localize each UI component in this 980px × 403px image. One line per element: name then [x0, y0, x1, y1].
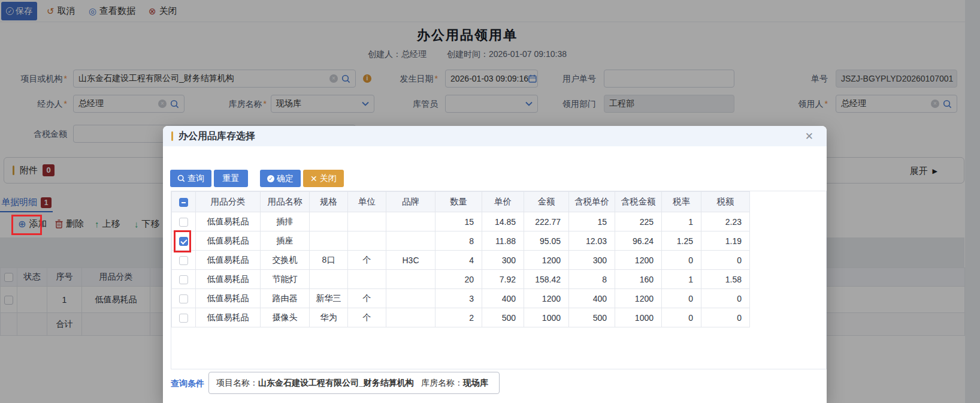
- project-name-label: 项目名称：: [216, 378, 258, 389]
- cell: 158.42: [524, 270, 569, 289]
- table-row[interactable]: 低值易耗品插座811.8895.0512.0396.241.251.19: [172, 231, 750, 251]
- column-header: 金额: [524, 192, 569, 212]
- row-checkbox[interactable]: [179, 218, 188, 227]
- cell: 个: [348, 251, 386, 270]
- confirm-label: 确定: [277, 173, 294, 184]
- cell: 8口: [310, 251, 348, 270]
- row-checkbox[interactable]: [179, 275, 188, 284]
- cell: 3: [435, 289, 482, 308]
- cell: 1: [662, 270, 701, 289]
- cell: 1000: [615, 308, 662, 327]
- cell: 低值易耗品: [196, 289, 261, 308]
- row-checkbox[interactable]: [179, 198, 188, 207]
- cell: 160: [615, 270, 662, 289]
- cell: 低值易耗品: [196, 231, 261, 251]
- cell: 1000: [524, 308, 569, 327]
- warehouse-name-label: 库房名称：: [421, 378, 463, 389]
- row-checkbox[interactable]: [179, 314, 188, 323]
- cell: 低值易耗品: [196, 212, 261, 231]
- dialog-header: 办公用品库存选择 ✕: [163, 126, 827, 146]
- warehouse-name-value: 现场库: [463, 378, 488, 389]
- cell: [386, 289, 435, 308]
- annotation-box-add-button: [11, 215, 42, 235]
- checkbox-cell: [172, 251, 196, 270]
- column-header: 数量: [435, 192, 482, 212]
- inventory-table-container: 用品分类用品名称规格单位品牌数量单价金额含税单价含税金额税率税额低值易耗品插排1…: [171, 191, 827, 369]
- screen: ✓ 保存 ↺ 取消 ◎ 查看数据 ⊗ 关闭 办公用品领用单 创建人：总经理创建时…: [0, 0, 980, 403]
- cell: [386, 270, 435, 289]
- dialog-close-label: 关闭: [320, 173, 337, 184]
- cell: 15: [569, 212, 615, 231]
- cell: 8: [435, 231, 482, 251]
- query-button[interactable]: 查询: [170, 170, 211, 187]
- cell: 插座: [261, 231, 310, 251]
- cell: 1.19: [701, 231, 750, 251]
- row-checkbox[interactable]: [179, 294, 188, 303]
- annotation-box-row-checkbox: [174, 230, 191, 252]
- cell: 1.25: [662, 231, 701, 251]
- cell: [348, 231, 386, 251]
- cell: 7.92: [482, 270, 524, 289]
- cell: 新华三: [310, 289, 348, 308]
- column-header: 税额: [701, 192, 750, 212]
- cell: 400: [482, 289, 524, 308]
- cell: 1: [662, 212, 701, 231]
- table-row[interactable]: 低值易耗品节能灯207.92158.42816011.58: [172, 270, 750, 289]
- query-condition-box: 项目名称： 山东金石建设工程有限公司_财务结算机构 库房名称： 现场库: [208, 372, 500, 394]
- cell: 0: [662, 251, 701, 270]
- column-header: 含税单价: [569, 192, 615, 212]
- cell: 222.77: [524, 212, 569, 231]
- column-header: 用品分类: [196, 192, 261, 212]
- column-header: 税率: [662, 192, 701, 212]
- table-row[interactable]: 低值易耗品交换机8口个H3C43001200300120000: [172, 251, 750, 270]
- cell: 95.05: [524, 231, 569, 251]
- reset-label: 重置: [223, 173, 240, 184]
- table-row[interactable]: 低值易耗品插排1514.85222.771522512.23: [172, 212, 750, 231]
- cell: 14.85: [482, 212, 524, 231]
- row-checkbox[interactable]: [179, 256, 188, 265]
- check-circle-icon: ✓: [267, 175, 274, 182]
- cell: [310, 231, 348, 251]
- cell: [348, 270, 386, 289]
- checkbox-cell: [172, 289, 196, 308]
- cell: 4: [435, 251, 482, 270]
- dialog-close-button[interactable]: ✕ 关闭: [303, 170, 344, 187]
- checkbox-cell: [172, 308, 196, 327]
- cell: 15: [435, 212, 482, 231]
- cell: 0: [701, 308, 750, 327]
- column-header: 单价: [482, 192, 524, 212]
- x-icon: ✕: [310, 174, 317, 184]
- project-name-value: 山东金石建设工程有限公司_财务结算机构: [258, 378, 414, 389]
- cell: 个: [348, 308, 386, 327]
- dialog-close-icon[interactable]: ✕: [805, 130, 813, 143]
- cell: 1.58: [701, 270, 750, 289]
- cell: 500: [482, 308, 524, 327]
- cell: 400: [569, 289, 615, 308]
- cell: 1200: [615, 251, 662, 270]
- cell: [386, 308, 435, 327]
- cell: 摄像头: [261, 308, 310, 327]
- cell: 华为: [310, 308, 348, 327]
- cell: 0: [701, 289, 750, 308]
- cell: 0: [701, 251, 750, 270]
- cell: 路由器: [261, 289, 310, 308]
- cell: 个: [348, 289, 386, 308]
- confirm-button[interactable]: ✓ 确定: [260, 170, 301, 187]
- cell: 20: [435, 270, 482, 289]
- table-row[interactable]: 低值易耗品摄像头华为个25001000500100000: [172, 308, 750, 327]
- cell: 节能灯: [261, 270, 310, 289]
- cell: 2: [435, 308, 482, 327]
- cell: [310, 212, 348, 231]
- query-condition-label: 查询条件: [171, 373, 204, 393]
- cell: 交换机: [261, 251, 310, 270]
- checkbox-cell: [172, 212, 196, 231]
- table-row[interactable]: 低值易耗品路由器新华三个34001200400120000: [172, 289, 750, 308]
- cell: [386, 231, 435, 251]
- column-header: 规格: [310, 192, 348, 212]
- select-all-header-cell: [172, 192, 196, 212]
- reset-button[interactable]: 重置: [214, 170, 248, 187]
- query-label: 查询: [187, 173, 204, 184]
- cell: 0: [662, 289, 701, 308]
- checkbox-cell: [172, 270, 196, 289]
- cell: 1200: [615, 289, 662, 308]
